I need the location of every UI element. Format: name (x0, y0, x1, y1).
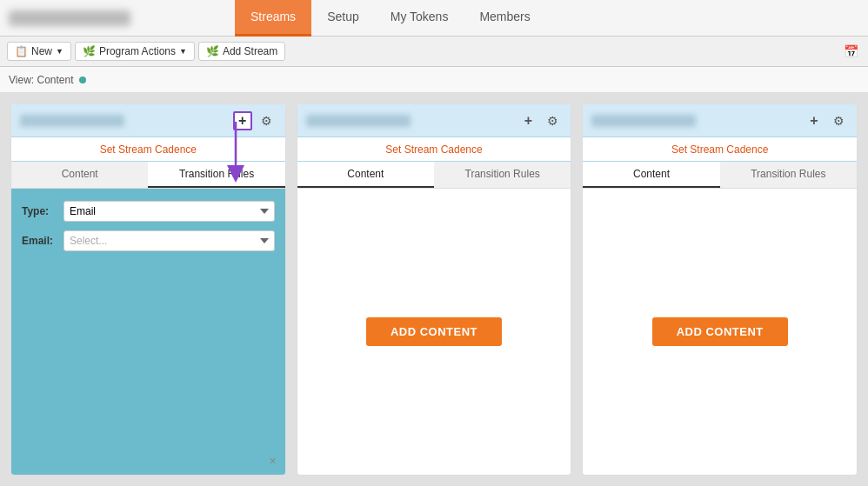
view-dot (79, 77, 86, 83)
gear-icon-1: ⚙ (261, 114, 272, 128)
stream-tab-content-2[interactable]: Content (297, 162, 434, 188)
add-stream-icon: 🌿 (206, 45, 219, 57)
nav-tabs: Streams Setup My Tokens Members (235, 0, 546, 37)
close-icon: × (269, 454, 276, 468)
stream-header-1: + ⚙ (11, 104, 285, 137)
set-cadence-2: Set Stream Cadence (297, 137, 571, 162)
add-content-button-2[interactable]: ADD CONTENT (366, 317, 502, 346)
plus-icon-1: + (238, 113, 246, 129)
plus-icon-3: + (810, 113, 818, 129)
stream-gear-button-2[interactable]: ⚙ (543, 111, 562, 130)
stream-column-1: + ⚙ Set Stream Cadence Content Transitio… (10, 103, 286, 476)
main-content: + ⚙ Set Stream Cadence Content Transitio… (0, 93, 868, 486)
tab-setup[interactable]: Setup (311, 0, 375, 37)
gear-icon-2: ⚙ (547, 114, 558, 128)
stream-tab-content-3[interactable]: Content (583, 162, 719, 188)
stream-column-2: + ⚙ Set Stream Cadence Content Transitio… (297, 103, 572, 476)
program-actions-dropdown-icon: ▼ (179, 47, 187, 56)
stream-tabs-3: Content Transition Rules (583, 162, 857, 189)
tab-streams[interactable]: Streams (235, 0, 311, 37)
gear-icon-3: ⚙ (833, 114, 845, 128)
toolbar: 📋 New ▼ 🌿 Program Actions ▼ 🌿 Add Stream… (0, 37, 868, 67)
stream-title-2 (306, 115, 411, 127)
tab-members[interactable]: Members (464, 0, 545, 37)
tab-tokens[interactable]: My Tokens (375, 0, 464, 37)
view-label: View: Content (9, 74, 74, 86)
plus-icon-2: + (524, 113, 532, 129)
set-cadence-link-3[interactable]: Set Stream Cadence (671, 143, 768, 156)
calendar-button[interactable]: 📅 (840, 41, 861, 62)
stream-tab-transition-3[interactable]: Transition Rules (720, 162, 857, 188)
new-dropdown-icon: ▼ (56, 47, 63, 56)
stream-form-area-1: Type: Email SMS Email: Select... × (11, 189, 285, 475)
stream-empty-area-2: ADD CONTENT (297, 189, 571, 475)
form-row-email: Email: Select... (22, 230, 275, 251)
stream-gear-button-3[interactable]: ⚙ (829, 111, 848, 130)
stream-header-2: + ⚙ (297, 104, 571, 137)
stream-header-3: + ⚙ (583, 104, 857, 137)
stream-title-1 (20, 115, 124, 127)
stream-header-actions-2: + ⚙ (518, 111, 562, 130)
new-icon: 📋 (15, 45, 28, 57)
stream-tabs-1: Content Transition Rules (11, 162, 285, 189)
stream-add-button-3[interactable]: + (805, 111, 824, 130)
logo-blur (9, 10, 130, 26)
stream-empty-area-3: ADD CONTENT (583, 189, 857, 475)
program-actions-icon: 🌿 (83, 45, 96, 57)
stream-header-actions-1: + ⚙ (233, 111, 277, 130)
type-select[interactable]: Email SMS (63, 201, 275, 222)
set-cadence-3: Set Stream Cadence (583, 137, 857, 162)
toolbar-right: 📅 (840, 41, 861, 62)
email-label: Email: (22, 235, 57, 247)
set-cadence-1: Set Stream Cadence (11, 137, 285, 162)
set-cadence-link-2[interactable]: Set Stream Cadence (385, 143, 482, 156)
stream-tabs-2: Content Transition Rules (297, 162, 571, 189)
top-nav: Streams Setup My Tokens Members (0, 0, 868, 37)
stream-add-button-2[interactable]: + (518, 111, 537, 130)
stream-tab-content-1[interactable]: Content (11, 162, 148, 188)
program-actions-button[interactable]: 🌿 Program Actions ▼ (75, 42, 195, 61)
stream-tab-transition-2[interactable]: Transition Rules (434, 162, 571, 188)
stream-title-3 (591, 115, 696, 127)
sub-toolbar: View: Content (0, 67, 868, 93)
stream-gear-button-1[interactable]: ⚙ (257, 111, 277, 130)
add-stream-button[interactable]: 🌿 Add Stream (198, 42, 285, 61)
stream-header-actions-3: + ⚙ (805, 111, 848, 130)
new-button[interactable]: 📋 New ▼ (7, 42, 71, 61)
add-content-button-3[interactable]: ADD CONTENT (652, 317, 788, 346)
email-select[interactable]: Select... (63, 230, 275, 251)
stream-tab-transition-1[interactable]: Transition Rules (148, 162, 284, 188)
stream-column-3: + ⚙ Set Stream Cadence Content Transitio… (582, 103, 858, 476)
calendar-icon: 📅 (844, 44, 858, 58)
set-cadence-link-1[interactable]: Set Stream Cadence (100, 143, 197, 156)
form-close-button[interactable]: × (269, 454, 276, 468)
logo-area (9, 10, 235, 26)
stream-add-button-1[interactable]: + (233, 111, 252, 130)
type-label: Type: (22, 205, 57, 217)
form-row-type: Type: Email SMS (22, 201, 275, 222)
